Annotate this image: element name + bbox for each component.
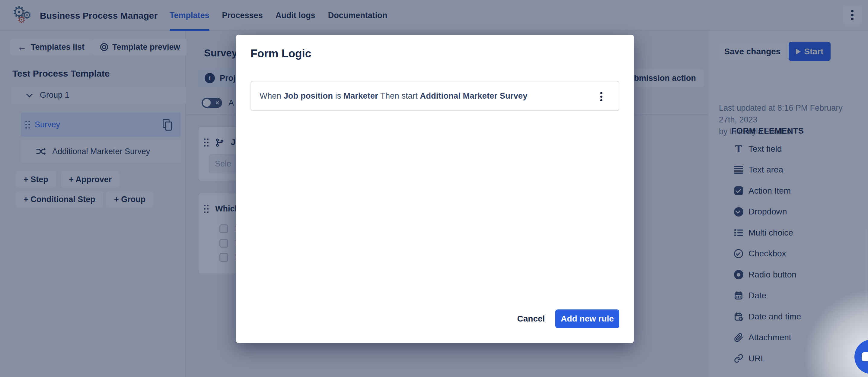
form-logic-rule-row[interactable]: When Job position is Marketer Then start… [250,81,619,111]
add-new-rule-button[interactable]: Add new rule [555,309,619,328]
add-new-rule-label: Add new rule [561,314,614,323]
rule-kebab-menu-button[interactable] [595,89,608,104]
kebab-icon [600,96,602,98]
cancel-label: Cancel [517,314,545,323]
rule-text: When Job position is Marketer Then start… [259,91,527,101]
form-logic-modal: Form Logic When Job position is Marketer… [236,35,634,343]
app-root: ⚙ ⚙ ⚙ Business Process Manager Templates… [0,0,868,377]
modal-title: Form Logic [250,47,311,60]
cancel-button[interactable]: Cancel [517,309,546,328]
